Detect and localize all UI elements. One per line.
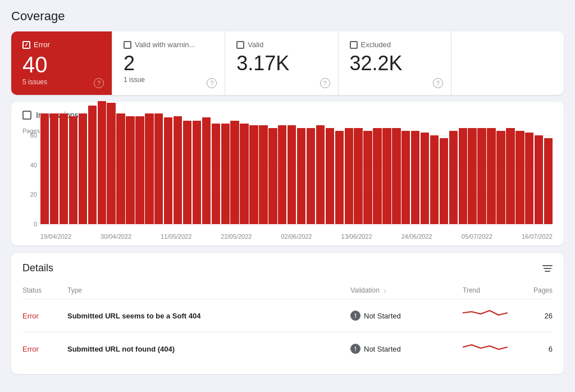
- chart-container: Pages 60 40 20: [22, 127, 553, 240]
- bar: [183, 121, 191, 224]
- bar: [430, 135, 439, 224]
- bar: [278, 125, 286, 224]
- bar: [230, 121, 239, 224]
- bar: [411, 131, 419, 224]
- row1-trend-chart: [463, 307, 508, 324]
- bars-area: [40, 135, 553, 224]
- bar: [506, 128, 514, 224]
- excluded-label: Excluded: [361, 40, 391, 49]
- details-header: Details: [22, 262, 553, 274]
- bar: [221, 124, 230, 224]
- page-container: Coverage Error 40 5 issues ? Valid with …: [0, 0, 575, 392]
- bar: [440, 138, 448, 224]
- error-sub: 5 issues: [22, 78, 101, 86]
- bar: [50, 113, 58, 225]
- bar: [459, 128, 467, 224]
- bar: [126, 116, 134, 224]
- excluded-help-icon[interactable]: ?: [433, 78, 443, 88]
- bar: [401, 131, 410, 224]
- col-header-validation[interactable]: Validation ↓: [350, 282, 463, 299]
- row1-type: Submitted URL seems to be a Soft 404: [67, 299, 350, 332]
- error-value: 40: [22, 52, 101, 77]
- bar: [496, 131, 505, 224]
- excluded-checkbox[interactable]: [350, 41, 358, 49]
- x-label-2: 11/05/2022: [161, 233, 191, 240]
- bar: [145, 113, 153, 225]
- bar: [363, 131, 372, 224]
- bar: [135, 116, 144, 224]
- bar: [449, 131, 458, 224]
- row1-status: Error: [22, 299, 67, 332]
- valid-card[interactable]: Valid 3.17K ?: [225, 31, 338, 95]
- row1-trend: [463, 299, 519, 332]
- bar: [259, 125, 267, 224]
- valid-warning-card[interactable]: Valid with warnin... 2 1 issue ?: [112, 31, 225, 95]
- impressions-checkbox[interactable]: [22, 111, 31, 120]
- table-row: Error Submitted URL seems to be a Soft 4…: [22, 299, 553, 332]
- bar: [174, 116, 182, 224]
- error-card[interactable]: Error 40 5 issues ?: [11, 31, 112, 95]
- bar: [107, 103, 115, 224]
- details-table: Status Type Validation ↓ Trend Pages Err…: [22, 282, 553, 365]
- bar: [382, 128, 391, 224]
- bar: [268, 128, 277, 224]
- bar: [202, 117, 211, 224]
- col-header-status: Status: [22, 282, 67, 299]
- table-row: Error Submitted URL not found (404) Not …: [22, 332, 553, 366]
- filter-line-1: [542, 265, 553, 266]
- bar: [487, 128, 495, 224]
- details-section: Details Status Type Validation ↓ Trend P…: [11, 253, 564, 374]
- col-header-type: Type: [67, 282, 350, 299]
- bar: [525, 133, 533, 224]
- error-help-icon[interactable]: ?: [94, 78, 104, 88]
- bar: [373, 128, 381, 224]
- x-label-5: 13/06/2022: [341, 233, 372, 240]
- x-label-8: 16/07/2022: [522, 233, 553, 240]
- bar: [297, 128, 305, 224]
- x-label-7: 05/07/2022: [462, 233, 492, 240]
- bar: [193, 121, 201, 224]
- summary-cards: Error 40 5 issues ? Valid with warnin...…: [11, 31, 564, 95]
- not-started-icon-1: [350, 311, 360, 321]
- row2-validation: Not Started: [350, 332, 463, 366]
- valid-warning-help-icon[interactable]: ?: [207, 78, 217, 88]
- table-header-row: Status Type Validation ↓ Trend Pages: [22, 282, 553, 299]
- filter-button[interactable]: [542, 265, 553, 272]
- bar: [79, 113, 87, 225]
- not-started-icon-2: [350, 344, 360, 354]
- row1-pages: 26: [519, 299, 553, 332]
- excluded-header: Excluded: [350, 40, 440, 49]
- valid-warning-value: 2: [124, 52, 213, 75]
- bar: [69, 116, 77, 224]
- bar: [345, 128, 353, 224]
- row1-validation-text: Not Started: [364, 312, 401, 320]
- error-card-header: Error: [22, 40, 101, 49]
- row2-pages: 6: [519, 332, 553, 366]
- bar: [544, 138, 553, 224]
- bar: [212, 124, 220, 224]
- valid-help-icon[interactable]: ?: [320, 78, 330, 88]
- bar: [326, 128, 334, 224]
- chart-section: Impressions Pages 60 40 20: [11, 102, 564, 245]
- col-header-trend: Trend: [463, 282, 519, 299]
- valid-label: Valid: [248, 40, 263, 49]
- error-checkbox[interactable]: [22, 41, 30, 49]
- bar: [60, 113, 68, 225]
- bar: [154, 113, 163, 225]
- bar: [421, 133, 429, 224]
- bar: [316, 125, 325, 224]
- valid-warning-checkbox[interactable]: [124, 41, 131, 49]
- valid-warning-label: Valid with warnin...: [135, 40, 195, 49]
- excluded-card[interactable]: Excluded 32.2K ?: [339, 31, 451, 95]
- x-label-4: 02/06/2022: [281, 233, 312, 240]
- x-label-6: 24/06/2022: [401, 233, 432, 240]
- bar: [477, 128, 486, 224]
- x-label-1: 30/04/2022: [101, 233, 131, 240]
- valid-checkbox[interactable]: [236, 41, 244, 49]
- bar: [288, 125, 296, 224]
- valid-warning-header: Valid with warnin...: [124, 40, 213, 49]
- filter-line-3: [545, 271, 550, 272]
- excluded-value: 32.2K: [350, 52, 440, 75]
- bar: [164, 117, 172, 224]
- bar: [515, 131, 524, 224]
